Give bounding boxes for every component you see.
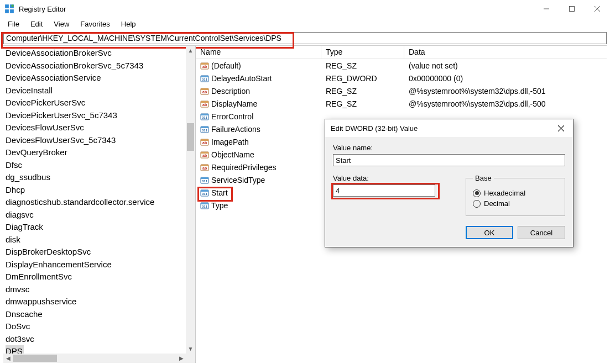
value-data: (value not set) bbox=[404, 61, 607, 70]
window-title: Registry Editor bbox=[19, 5, 66, 13]
svg-rect-25 bbox=[201, 126, 208, 128]
value-row[interactable]: abDescriptionREG_SZ@%systemroot%\system3… bbox=[196, 85, 607, 97]
tree-item[interactable]: Dhcp bbox=[6, 184, 195, 197]
value-name-input[interactable] bbox=[333, 154, 565, 166]
dialog-titlebar[interactable]: Edit DWORD (32-bit) Value bbox=[325, 119, 573, 137]
close-button[interactable] bbox=[585, 0, 610, 18]
tree-item[interactable]: DeviceAssociationService bbox=[6, 72, 195, 85]
svg-text:011: 011 bbox=[202, 192, 208, 196]
tree-item[interactable]: DmEnrollmentSvc bbox=[6, 271, 195, 283]
value-row[interactable]: 011DelayedAutoStartREG_DWORD0x00000000 (… bbox=[196, 72, 607, 85]
value-type: REG_SZ bbox=[321, 61, 404, 70]
svg-rect-3 bbox=[10, 9, 14, 13]
menu-favorites[interactable]: Favorites bbox=[76, 19, 114, 29]
tree-item[interactable]: Dnscache bbox=[6, 308, 195, 321]
dialog-close-button[interactable] bbox=[549, 119, 573, 137]
svg-rect-40 bbox=[201, 190, 208, 192]
base-legend: Base bbox=[473, 174, 494, 182]
tree-item[interactable]: dmwappushservice bbox=[6, 296, 195, 308]
svg-rect-43 bbox=[201, 203, 208, 204]
address-text: Computer\HKEY_LOCAL_MACHINE\SYSTEM\Curre… bbox=[6, 34, 281, 43]
menu-view[interactable]: View bbox=[49, 19, 74, 29]
value-name: Description bbox=[211, 87, 250, 96]
svg-rect-13 bbox=[201, 76, 208, 77]
value-name-label: Value name: bbox=[333, 144, 565, 152]
radio-dec-label: Decimal bbox=[484, 199, 510, 208]
value-row[interactable]: ab(Default)REG_SZ(value not set) bbox=[196, 59, 607, 72]
scroll-thumb-h[interactable] bbox=[13, 355, 57, 362]
value-name: DisplayName bbox=[211, 99, 257, 108]
tree-item[interactable]: DoSvc bbox=[6, 320, 195, 333]
radio-hexadecimal[interactable]: Hexadecimal bbox=[473, 189, 558, 197]
value-data: 0x00000000 (0) bbox=[404, 74, 607, 83]
base-fieldset: Base Hexadecimal Decimal bbox=[466, 174, 565, 216]
tree-item[interactable]: diagnosticshub.standardcollector.service bbox=[6, 196, 195, 209]
tree-item[interactable]: DevicesFlowUserSvc bbox=[6, 122, 195, 134]
tree-item[interactable]: disk bbox=[6, 234, 195, 246]
scroll-thumb-v[interactable] bbox=[187, 123, 194, 151]
col-type[interactable]: Type bbox=[321, 46, 404, 59]
svg-rect-0 bbox=[5, 4, 9, 8]
svg-rect-2 bbox=[5, 9, 9, 13]
scroll-up-icon[interactable]: ▲ bbox=[186, 46, 195, 55]
radio-decimal[interactable]: Decimal bbox=[473, 199, 558, 208]
svg-text:ab: ab bbox=[202, 103, 207, 107]
tree-item[interactable]: DevQueryBroker bbox=[6, 146, 195, 159]
value-name: (Default) bbox=[211, 61, 241, 70]
value-name: FailureActions bbox=[211, 125, 260, 134]
address-bar[interactable]: Computer\HKEY_LOCAL_MACHINE\SYSTEM\Curre… bbox=[3, 32, 607, 44]
tree-item[interactable]: DevicesFlowUserSvc_5c7343 bbox=[6, 134, 195, 147]
svg-text:011: 011 bbox=[202, 129, 208, 132]
tree-item[interactable]: diagsvc bbox=[6, 209, 195, 221]
menu-file[interactable]: File bbox=[3, 19, 24, 29]
regedit-icon bbox=[4, 4, 14, 14]
svg-rect-37 bbox=[201, 177, 208, 179]
scroll-right-icon[interactable]: ▶ bbox=[176, 354, 186, 363]
tree-item[interactable]: dmvsc bbox=[6, 283, 195, 296]
svg-rect-6 bbox=[570, 7, 575, 12]
menu-help[interactable]: Help bbox=[117, 19, 140, 29]
edit-dword-dialog: Edit DWORD (32-bit) Value Value name: Va… bbox=[325, 119, 573, 247]
tree-item[interactable]: DevicePickerUserSvc bbox=[6, 97, 195, 109]
tree-item[interactable]: DispBrokerDesktopSvc bbox=[6, 246, 195, 259]
value-data-label: Value data: bbox=[333, 174, 456, 182]
value-row[interactable]: abDisplayNameREG_SZ@%systemroot%\system3… bbox=[196, 97, 607, 110]
tree-item[interactable]: DevicePickerUserSvc_5c7343 bbox=[6, 109, 195, 122]
col-name[interactable]: Name bbox=[196, 46, 321, 59]
maximize-button[interactable] bbox=[559, 0, 585, 18]
value-data: @%systemroot%\system32\dps.dll,-500 bbox=[404, 99, 607, 108]
tree-item[interactable]: dg_ssudbus bbox=[6, 171, 195, 184]
svg-text:011: 011 bbox=[202, 116, 208, 119]
svg-text:ab: ab bbox=[202, 65, 207, 68]
svg-text:ab: ab bbox=[202, 166, 207, 170]
minimize-button[interactable] bbox=[534, 0, 559, 18]
svg-point-4 bbox=[11, 4, 14, 7]
ok-button[interactable]: OK bbox=[466, 226, 513, 239]
cancel-button[interactable]: Cancel bbox=[518, 226, 565, 239]
tree-pane[interactable]: DeviceAssociationBrokerSvcDeviceAssociat… bbox=[3, 46, 196, 363]
scroll-down-icon[interactable]: ▼ bbox=[186, 344, 195, 354]
dialog-title: Edit DWORD (32-bit) Value bbox=[331, 124, 418, 133]
menu-edit[interactable]: Edit bbox=[26, 19, 47, 29]
value-data-input[interactable] bbox=[333, 184, 435, 197]
scroll-left-icon[interactable]: ◀ bbox=[3, 354, 13, 363]
tree-item[interactable]: dot3svc bbox=[6, 333, 195, 346]
radio-hex-label: Hexadecimal bbox=[484, 189, 525, 197]
tree-item[interactable]: DeviceAssociationBrokerSvc_5c7343 bbox=[6, 60, 195, 72]
value-data: @%systemroot%\system32\dps.dll,-501 bbox=[404, 87, 607, 96]
value-name: Start bbox=[211, 188, 228, 197]
tree-scrollbar-horizontal[interactable]: ◀ ▶ bbox=[3, 354, 186, 363]
value-type: REG_DWORD bbox=[321, 74, 404, 83]
col-data[interactable]: Data bbox=[404, 46, 607, 59]
menu-bar: File Edit View Favorites Help bbox=[0, 18, 610, 30]
tree-item[interactable]: DisplayEnhancementService bbox=[6, 259, 195, 271]
svg-text:011: 011 bbox=[202, 205, 208, 208]
tree-item[interactable]: DiagTrack bbox=[6, 221, 195, 234]
tree-item[interactable]: DeviceAssociationBrokerSvc bbox=[6, 47, 195, 60]
tree-item[interactable]: Dfsc bbox=[6, 159, 195, 172]
window-titlebar: Registry Editor bbox=[0, 0, 610, 18]
tree-item[interactable]: DeviceInstall bbox=[6, 85, 195, 97]
tree-scrollbar-vertical[interactable]: ▲ ▼ bbox=[186, 46, 195, 354]
svg-text:011: 011 bbox=[202, 78, 208, 81]
value-name: RequiredPrivileges bbox=[211, 163, 277, 172]
